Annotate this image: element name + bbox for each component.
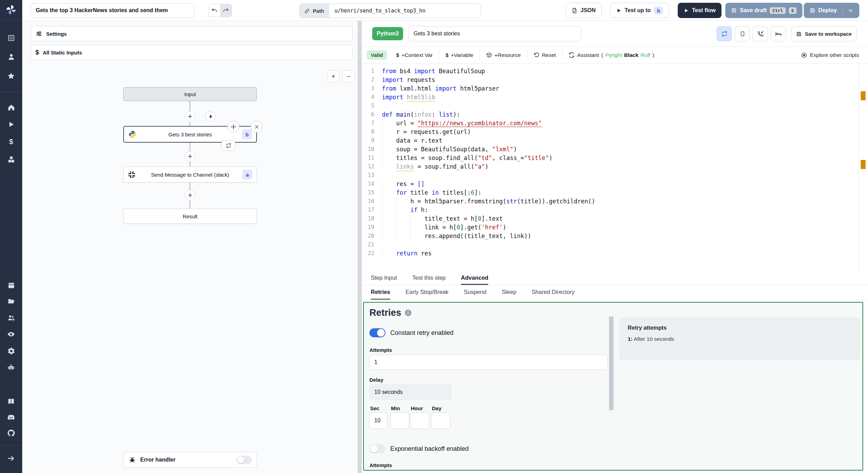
- workspace-icon[interactable]: [6, 32, 17, 43]
- reset-button[interactable]: Reset: [527, 50, 563, 60]
- sleep-setting-button[interactable]: [771, 26, 786, 41]
- code-editor[interactable]: 1from bs4 import BeautifulSoup2import re…: [362, 64, 868, 271]
- save-to-workspace-button[interactable]: Save to workspace: [791, 26, 857, 41]
- exponential-backoff-toggle[interactable]: [369, 444, 385, 453]
- json-file-icon: [571, 8, 577, 14]
- explore-other-scripts-button[interactable]: Explore other scripts: [801, 52, 859, 58]
- min-label: Min: [391, 405, 400, 411]
- test-flow-button[interactable]: Test flow: [678, 3, 721, 18]
- variables-dollar-icon[interactable]: $: [6, 136, 17, 147]
- dollar-icon: $: [445, 52, 448, 58]
- constant-retry-toggle[interactable]: [369, 328, 385, 337]
- pyright-label: Pyright: [605, 52, 622, 58]
- all-static-inputs-button[interactable]: $ All Static Inputs: [31, 45, 353, 60]
- error-handler-toggle[interactable]: [236, 456, 252, 464]
- audit-eye-icon[interactable]: [6, 329, 17, 340]
- early-stop-setting-button[interactable]: [735, 26, 750, 41]
- toggle-knob: [237, 456, 244, 463]
- assistant-status[interactable]: Assistant (Pyright Black Ruff): [562, 50, 660, 60]
- path-chip[interactable]: Path: [300, 4, 329, 18]
- retry-setting-button[interactable]: [717, 26, 732, 41]
- subtab-early-stop[interactable]: Early Stop/Break: [406, 285, 449, 299]
- add-resource-button[interactable]: +Resource: [480, 50, 527, 60]
- info-icon[interactable]: i: [405, 310, 411, 316]
- subtab-shared-directory[interactable]: Shared Directory: [532, 285, 575, 299]
- save-draft-button[interactable]: Save draft Ctrl S: [725, 3, 802, 18]
- subtab-suspend[interactable]: Suspend: [464, 285, 486, 299]
- chevron-down-icon[interactable]: [848, 8, 853, 14]
- overview-ruler[interactable]: [859, 64, 868, 271]
- json-label: JSON: [581, 7, 596, 14]
- min-input[interactable]: [390, 412, 409, 429]
- json-button[interactable]: JSON: [566, 3, 602, 18]
- insert-step-button[interactable]: [185, 151, 195, 162]
- groups-users-gear-icon[interactable]: [6, 312, 17, 323]
- test-up-to-label: Test up to: [625, 7, 651, 14]
- subtab-retries[interactable]: Retries: [371, 285, 390, 299]
- add-context-var-button[interactable]: $ +Context Var: [390, 50, 439, 60]
- hour-input[interactable]: [410, 412, 429, 429]
- move-step-button[interactable]: [227, 121, 239, 133]
- deploy-separator: [843, 6, 843, 15]
- retry-attempts-summary: Retry attempts 1: After 10 seconds: [619, 318, 860, 360]
- home-icon[interactable]: [6, 102, 17, 113]
- flow-graph-panel: Settings $ All Static Inputs + − Input G…: [22, 21, 358, 473]
- resources-boxes-icon[interactable]: [6, 154, 17, 165]
- save-to-workspace-label: Save to workspace: [805, 31, 852, 37]
- folders-icon[interactable]: [6, 296, 17, 307]
- sec-label: Sec: [370, 405, 379, 411]
- zoom-in-button[interactable]: +: [327, 70, 340, 83]
- day-input[interactable]: [431, 412, 450, 429]
- repeat-icon: [226, 143, 232, 149]
- retry-attempt-text: After 10 seconds: [634, 336, 674, 342]
- github-icon[interactable]: [6, 428, 17, 439]
- settings-gear-icon[interactable]: [6, 345, 17, 356]
- schedules-calendar-icon[interactable]: [6, 280, 17, 291]
- add-variable-button[interactable]: $ +Variable: [439, 50, 480, 60]
- tab-test-this-step[interactable]: Test this step: [412, 271, 445, 285]
- delay-label: Delay: [369, 377, 383, 383]
- insert-step-button[interactable]: [185, 111, 195, 122]
- ctrl-key-hint: Ctrl: [770, 7, 785, 14]
- runs-play-icon[interactable]: [6, 119, 17, 130]
- error-handler-node[interactable]: Error handler: [123, 452, 257, 468]
- favorites-star-icon[interactable]: [6, 70, 17, 82]
- attempts-input[interactable]: [369, 355, 608, 370]
- user-icon[interactable]: [6, 51, 17, 62]
- redo-button[interactable]: [220, 4, 232, 17]
- subtab-sleep[interactable]: Sleep: [502, 285, 516, 299]
- flow-node-step-a-label: Send Message to Channel (slack): [151, 172, 229, 178]
- ai-robot-icon[interactable]: [6, 362, 17, 373]
- sec-input[interactable]: [369, 412, 387, 429]
- flow-title-input[interactable]: [31, 3, 194, 18]
- retries-scrollbar[interactable]: [609, 316, 614, 410]
- test-up-to-step-badge: b: [654, 7, 663, 15]
- tab-advanced[interactable]: Advanced: [461, 271, 489, 285]
- insert-step-button[interactable]: [185, 190, 195, 201]
- test-up-to-button[interactable]: Test up to b: [610, 3, 669, 18]
- trigger-lightning-button[interactable]: [205, 111, 216, 122]
- save-icon: [796, 31, 802, 37]
- flow-settings-button[interactable]: Settings: [31, 26, 353, 41]
- deploy-button[interactable]: Deploy: [804, 3, 859, 18]
- flow-node-result[interactable]: Result: [123, 209, 257, 224]
- flow-node-step-a[interactable]: Send Message to Channel (slack) a: [123, 167, 257, 183]
- undo-button[interactable]: [209, 4, 220, 17]
- discord-icon[interactable]: [6, 412, 17, 423]
- step-a-id-badge: a: [242, 170, 252, 180]
- test-flow-label: Test flow: [692, 7, 716, 14]
- panel-resize-divider[interactable]: [358, 21, 362, 473]
- delete-step-button[interactable]: [251, 121, 262, 133]
- hour-label: Hour: [411, 405, 423, 411]
- step-b-retry-indicator[interactable]: [222, 140, 235, 151]
- suspend-setting-button[interactable]: [753, 26, 768, 41]
- windmill-logo-icon[interactable]: [6, 4, 17, 15]
- path-field[interactable]: Path u/henri/send_to_slack_top3_hn: [299, 3, 481, 18]
- step-summary-input[interactable]: [408, 26, 581, 41]
- black-label: Black: [624, 52, 638, 58]
- expand-sidebar-arrow-icon[interactable]: [6, 453, 17, 464]
- zoom-out-button[interactable]: −: [342, 70, 355, 83]
- docs-book-icon[interactable]: [6, 396, 17, 407]
- flow-node-input[interactable]: Input: [123, 87, 257, 101]
- tab-step-input[interactable]: Step Input: [371, 271, 397, 285]
